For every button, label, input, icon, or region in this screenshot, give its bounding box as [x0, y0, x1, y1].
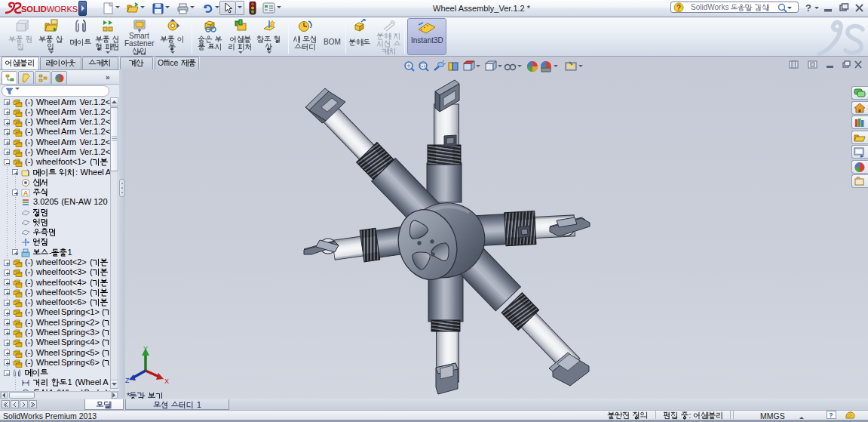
- svg-text:wheel: wheel: [35, 268, 58, 276]
- svg-text:Arm: Arm: [61, 108, 76, 116]
- svg-text:Wheel: Wheel: [36, 319, 60, 327]
- svg-text:(-): (-): [25, 288, 33, 297]
- svg-text:Fastener: Fastener: [124, 39, 155, 48]
- svg-text:Wheel: Wheel: [36, 108, 60, 116]
- svg-text:Ver.1.2<4>: Ver.1.2<4>: [79, 128, 110, 136]
- svg-text:Spring<3>: Spring<3>: [61, 328, 100, 337]
- svg-text:(-): (-): [25, 98, 33, 106]
- svg-text:foot<1>: foot<1>: [58, 158, 86, 166]
- svg-text:wheel: wheel: [35, 298, 58, 306]
- svg-text:Spring<6>: Spring<6>: [61, 359, 100, 367]
- svg-text:1: 1: [68, 248, 72, 257]
- svg-text:(-): (-): [25, 319, 33, 327]
- svg-text:Arm: Arm: [61, 118, 76, 126]
- svg-text:Y: Y: [143, 345, 148, 353]
- svg-text:(-): (-): [25, 148, 33, 156]
- svg-text:(-): (-): [25, 349, 33, 357]
- svg-text:BOM: BOM: [324, 38, 341, 46]
- svg-text:Spring<4>: Spring<4>: [61, 338, 100, 347]
- svg-text::: :: [75, 168, 78, 177]
- svg-text:foot<6>: foot<6>: [58, 298, 86, 306]
- svg-text:(-): (-): [25, 258, 33, 266]
- svg-text:(-): (-): [25, 138, 33, 146]
- svg-text::: :: [689, 411, 692, 420]
- svg-text:wheel: wheel: [35, 288, 58, 297]
- svg-text:(-): (-): [25, 279, 33, 287]
- svg-text:Wheel: Wheel: [81, 168, 104, 177]
- svg-text:Wheel: Wheel: [36, 308, 60, 316]
- svg-text:Wheel: Wheel: [36, 328, 60, 337]
- svg-text:(: (: [90, 268, 93, 276]
- svg-text:Ver.1.2<2>: Ver.1.2<2>: [79, 108, 110, 116]
- svg-text:Arm: Arm: [61, 128, 76, 136]
- svg-text:Spring<5>: Spring<5>: [61, 349, 100, 357]
- svg-text:1: 1: [68, 378, 72, 387]
- svg-text:(: (: [90, 298, 93, 306]
- svg-text:Ver.1.2<1>: Ver.1.2<1>: [79, 98, 110, 106]
- svg-text:foot<4>: foot<4>: [58, 279, 86, 287]
- svg-text:SolidWorks: SolidWorks: [691, 3, 728, 11]
- svg-text:(-): (-): [25, 359, 33, 367]
- svg-text:(: (: [102, 338, 105, 347]
- svg-text:A: A: [23, 189, 29, 197]
- svg-text:(-): (-): [25, 298, 33, 306]
- svg-text:(-): (-): [25, 338, 33, 347]
- svg-text:Wheel: Wheel: [36, 138, 60, 146]
- svg-text:(: (: [102, 308, 105, 316]
- svg-text:Ver.1.2<6>: Ver.1.2<6>: [79, 148, 110, 156]
- svg-text:Ver.1.2<5>: Ver.1.2<5>: [79, 138, 110, 146]
- svg-text:Wheel: Wheel: [36, 349, 60, 357]
- svg-text:?: ?: [676, 4, 681, 12]
- svg-text:foot<2>: foot<2>: [58, 258, 86, 266]
- svg-text:X: X: [164, 377, 169, 385]
- svg-text:(-): (-): [25, 128, 33, 136]
- svg-text:wheel: wheel: [35, 258, 58, 266]
- svg-text:Wheel: Wheel: [36, 118, 60, 126]
- svg-text:wheel: wheel: [35, 279, 58, 287]
- svg-text:120: 120: [94, 198, 107, 206]
- svg-text:A: A: [103, 378, 109, 387]
- svg-text:(-): (-): [25, 118, 33, 126]
- svg-text:(-): (-): [25, 158, 33, 166]
- svg-text:Spring<2>: Spring<2>: [61, 319, 100, 327]
- svg-text:foot<3>: foot<3>: [58, 268, 86, 276]
- svg-text:(Wheel: (Wheel: [75, 378, 101, 387]
- svg-text:Wheel: Wheel: [36, 98, 60, 106]
- svg-text:Arm: Arm: [61, 138, 76, 146]
- svg-text:Arm: Arm: [61, 148, 76, 156]
- svg-text:(-): (-): [25, 108, 33, 116]
- svg-text:Wheel: Wheel: [36, 338, 60, 347]
- svg-text:(-): (-): [25, 328, 33, 337]
- svg-text:foot<5>: foot<5>: [58, 288, 86, 297]
- svg-text:-: -: [49, 248, 52, 257]
- svg-text:3.0205: 3.0205: [33, 198, 59, 206]
- svg-text:Wheel: Wheel: [36, 148, 60, 156]
- svg-text:wheel: wheel: [35, 158, 58, 166]
- svg-text:(EN-AW: (EN-AW: [61, 198, 92, 206]
- svg-text:(: (: [90, 258, 93, 266]
- svg-text:(: (: [90, 279, 93, 287]
- svg-text:1: 1: [197, 400, 201, 409]
- svg-text:(: (: [90, 288, 93, 297]
- svg-text:(-): (-): [25, 308, 33, 316]
- svg-text:Ver.1.2<3>: Ver.1.2<3>: [79, 118, 110, 126]
- svg-text:(-): (-): [25, 268, 33, 276]
- svg-text:(: (: [90, 158, 93, 166]
- svg-text:(: (: [102, 328, 105, 337]
- svg-text:Wheel: Wheel: [36, 128, 60, 136]
- svg-text:Z: Z: [125, 377, 130, 384]
- svg-text:Spring<1>: Spring<1>: [61, 308, 100, 316]
- svg-text:Office: Office: [158, 58, 178, 67]
- svg-text:Wheel: Wheel: [36, 359, 60, 367]
- svg-text:(: (: [102, 349, 105, 357]
- svg-text:(: (: [102, 319, 105, 327]
- svg-text:Instant3D: Instant3D: [411, 36, 443, 45]
- svg-text:Arm: Arm: [61, 98, 76, 106]
- svg-text:(: (: [102, 359, 105, 367]
